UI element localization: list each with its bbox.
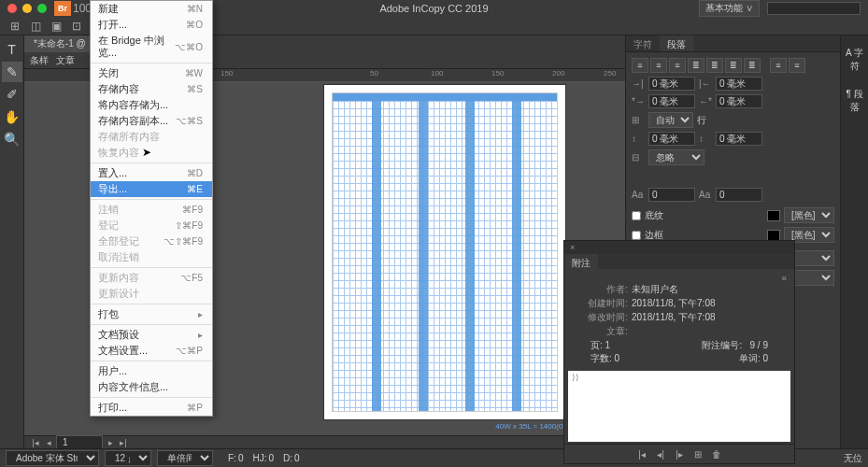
menu-saveas[interactable]: 将内容存储为... bbox=[91, 97, 212, 113]
menu-content-info[interactable]: 内容文件信息... bbox=[91, 379, 212, 395]
menu-revert[interactable]: 恢复内容 bbox=[91, 145, 212, 161]
zoom-value[interactable]: 100 bbox=[75, 1, 90, 16]
menu-checkout[interactable]: 注销⌘F9 bbox=[91, 202, 212, 218]
notes-panel: × 附注 « 作者:未知用户名 创建时间:2018/11/8, 下午7:08 修… bbox=[563, 240, 795, 464]
collapse-icon[interactable]: « bbox=[572, 273, 787, 283]
menu-checkinall[interactable]: 全部登记⌥⇧⌘F9 bbox=[91, 234, 212, 249]
shading-checkbox[interactable] bbox=[632, 211, 641, 220]
note-marker-icon: ⟩⟩ bbox=[572, 373, 579, 382]
notes-tab[interactable]: 附注 bbox=[564, 254, 598, 269]
border-checkbox[interactable] bbox=[632, 231, 641, 240]
menu-update-design[interactable]: 更新设计 bbox=[91, 286, 212, 302]
align-toward-spine[interactable]: ≡ bbox=[770, 58, 787, 73]
align-justify-full[interactable]: ≣ bbox=[744, 58, 761, 73]
workspace-dropdown[interactable]: 基本功能 ∨ bbox=[699, 0, 760, 17]
side-tab-char[interactable]: A 字符 bbox=[843, 43, 867, 77]
menu-export[interactable]: 导出...⌘E bbox=[91, 181, 212, 197]
next-note-button[interactable]: |▸ bbox=[672, 447, 687, 460]
stat-hj: HJ:0 bbox=[252, 453, 274, 463]
align-left[interactable]: ≡ bbox=[632, 58, 648, 73]
note-content-area[interactable]: ⟩⟩ bbox=[568, 371, 790, 442]
app-title: Adobe InCopy CC 2019 bbox=[379, 3, 488, 14]
ignore-dropdown[interactable]: 忽略 bbox=[648, 149, 704, 165]
align-justify-left[interactable]: ≣ bbox=[688, 58, 704, 73]
hand-tool[interactable]: ✋ bbox=[2, 106, 22, 127]
maximize-window[interactable] bbox=[37, 4, 47, 13]
menu-package[interactable]: 打包▸ bbox=[91, 306, 212, 322]
toolbar-icon[interactable]: ▣ bbox=[49, 19, 64, 34]
align-justify-right[interactable]: ≣ bbox=[725, 58, 742, 73]
zoom-tool[interactable]: 🔍 bbox=[2, 129, 22, 149]
menu-savecopy[interactable]: 存储内容副本...⌥⌘S bbox=[91, 113, 212, 129]
dropcap-lines[interactable] bbox=[648, 188, 695, 202]
close-window[interactable] bbox=[7, 4, 17, 13]
menu-new[interactable]: 新建⌘N bbox=[91, 1, 212, 17]
align-center[interactable]: ≡ bbox=[650, 58, 667, 73]
last-page-button[interactable]: ▸| bbox=[118, 437, 129, 448]
align-right[interactable]: ≡ bbox=[669, 58, 686, 73]
right-side-tabs: A 字符 ¶ 段落 bbox=[840, 35, 868, 448]
last-line-indent[interactable] bbox=[716, 94, 762, 108]
sub-tab[interactable]: 条样 bbox=[30, 54, 49, 67]
menu-save[interactable]: 存储内容⌘S bbox=[91, 81, 212, 97]
first-line-indent[interactable] bbox=[648, 94, 695, 108]
first-note-button[interactable]: |◂ bbox=[634, 447, 649, 460]
type-tool[interactable]: T bbox=[2, 39, 22, 60]
page-number[interactable]: 1 bbox=[56, 435, 103, 448]
border-swatch[interactable] bbox=[767, 230, 780, 241]
toolbar-icon[interactable]: ⊡ bbox=[69, 19, 84, 34]
left-toolbar: T ✎ ✐ ✋ 🔍 bbox=[0, 35, 24, 448]
toolbar-icon[interactable]: ◫ bbox=[28, 19, 43, 34]
align-away-spine[interactable]: ≡ bbox=[789, 58, 805, 73]
menu-open[interactable]: 打开...⌘O bbox=[91, 17, 212, 33]
new-note-button[interactable]: ⊞ bbox=[690, 447, 705, 460]
spacing-select[interactable]: 单倍间距 bbox=[157, 450, 213, 466]
delete-note-button[interactable]: 🗑 bbox=[709, 447, 724, 460]
page-dimensions: 40W x 35L = 1400(0) bbox=[495, 422, 565, 431]
shading-swatch[interactable] bbox=[767, 210, 780, 221]
prev-page-button[interactable]: ◂ bbox=[43, 437, 54, 448]
eyedropper-tool[interactable]: ✐ bbox=[2, 84, 22, 105]
minimize-window[interactable] bbox=[22, 4, 32, 13]
toolbar-icon[interactable]: ⊞ bbox=[7, 19, 22, 34]
right-indent[interactable] bbox=[716, 77, 762, 91]
menu-print[interactable]: 打印...⌘P bbox=[91, 400, 212, 416]
menu-close[interactable]: 关闭⌘W bbox=[91, 65, 212, 81]
menu-place[interactable]: 置入...⌘D bbox=[91, 165, 212, 181]
menu-doc-presets[interactable]: 文档预设▸ bbox=[91, 327, 212, 343]
align-justify-center[interactable]: ≣ bbox=[706, 58, 723, 73]
close-notes-icon[interactable]: × bbox=[570, 243, 575, 252]
shading-color[interactable]: [黑色] bbox=[784, 207, 834, 223]
left-indent[interactable] bbox=[648, 77, 695, 91]
page-canvas[interactable]: 40W x 35L = 1400(0) bbox=[323, 84, 566, 420]
grid-dropdown[interactable]: 自动 bbox=[648, 112, 693, 128]
menu-browse[interactable]: 在 Bridge 中浏览...⌥⌘O bbox=[91, 33, 212, 61]
note-tool[interactable]: ✎ bbox=[2, 62, 22, 82]
document-tab[interactable]: *未命名-1 @ bbox=[24, 35, 96, 52]
bridge-icon[interactable]: Br bbox=[54, 1, 71, 16]
sub-tab[interactable]: 文章 bbox=[56, 54, 75, 67]
font-select[interactable]: Adobe 宋体 Std bbox=[6, 450, 99, 466]
size-select[interactable]: 12 点 bbox=[105, 450, 151, 466]
mouse-cursor: ➤ bbox=[142, 146, 151, 159]
tab-paragraph[interactable]: 段落 bbox=[660, 35, 693, 51]
space-before[interactable] bbox=[648, 132, 695, 146]
first-page-button[interactable]: |◂ bbox=[30, 437, 41, 448]
file-menu: 新建⌘N 打开...⌘O 在 Bridge 中浏览...⌥⌘O 关闭⌘W 存储内… bbox=[90, 0, 213, 417]
stat-f: F:0 bbox=[228, 453, 243, 463]
menu-user[interactable]: 用户... bbox=[91, 363, 212, 379]
next-page-button[interactable]: ▸ bbox=[105, 437, 116, 448]
menu-update-content[interactable]: 更新内容⌥F5 bbox=[91, 270, 212, 286]
bottom-ext: 无位 bbox=[844, 452, 862, 465]
stat-d: D:0 bbox=[283, 453, 300, 463]
side-tab-para[interactable]: ¶ 段落 bbox=[843, 84, 867, 118]
prev-note-button[interactable]: ◂| bbox=[653, 447, 668, 460]
dropcap-chars[interactable] bbox=[716, 188, 762, 202]
space-after[interactable] bbox=[716, 132, 762, 146]
menu-cancel-checkout[interactable]: 取消注销 bbox=[91, 249, 212, 265]
menu-doc-settings[interactable]: 文档设置...⌥⌘P bbox=[91, 343, 212, 359]
menu-checkin[interactable]: 登记⇧⌘F9 bbox=[91, 218, 212, 234]
search-box[interactable] bbox=[767, 2, 861, 15]
menu-saveall[interactable]: 存储所有内容 bbox=[91, 129, 212, 145]
tab-character[interactable]: 字符 bbox=[626, 35, 660, 51]
